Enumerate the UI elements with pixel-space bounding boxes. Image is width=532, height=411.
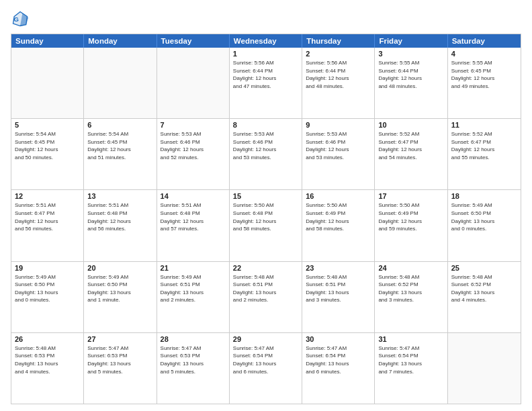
cell-info: Sunrise: 5:49 AM Sunset: 6:50 PM Dayligh… [451, 201, 517, 232]
calendar-row: 12Sunrise: 5:51 AM Sunset: 6:47 PM Dayli… [11, 190, 521, 261]
calendar-cell: 3Sunrise: 5:55 AM Sunset: 6:44 PM Daylig… [375, 48, 447, 118]
cell-info: Sunrise: 5:55 AM Sunset: 6:45 PM Dayligh… [451, 59, 517, 90]
cell-info: Sunrise: 5:51 AM Sunset: 6:48 PM Dayligh… [161, 201, 226, 232]
calendar-cell: 31Sunrise: 5:47 AM Sunset: 6:54 PM Dayli… [375, 333, 447, 404]
calendar-cell: 22Sunrise: 5:48 AM Sunset: 6:51 PM Dayli… [230, 262, 302, 332]
day-number: 28 [161, 335, 226, 343]
calendar-cell: 26Sunrise: 5:48 AM Sunset: 6:53 PM Dayli… [11, 333, 84, 404]
cell-info: Sunrise: 5:47 AM Sunset: 6:54 PM Dayligh… [306, 345, 371, 375]
calendar-cell: 29Sunrise: 5:47 AM Sunset: 6:54 PM Dayli… [230, 333, 302, 404]
calendar-cell: 13Sunrise: 5:51 AM Sunset: 6:48 PM Dayli… [84, 190, 157, 261]
day-number: 23 [306, 264, 371, 272]
cell-info: Sunrise: 5:50 AM Sunset: 6:48 PM Dayligh… [233, 201, 298, 232]
cell-info: Sunrise: 5:48 AM Sunset: 6:53 PM Dayligh… [15, 345, 80, 375]
cell-info: Sunrise: 5:52 AM Sunset: 6:47 PM Dayligh… [378, 130, 443, 161]
logo: G [11, 9, 32, 28]
calendar-cell: 10Sunrise: 5:52 AM Sunset: 6:47 PM Dayli… [375, 119, 447, 189]
calendar-cell: 30Sunrise: 5:47 AM Sunset: 6:54 PM Dayli… [302, 333, 375, 404]
day-number: 12 [15, 192, 80, 200]
cell-info: Sunrise: 5:48 AM Sunset: 6:52 PM Dayligh… [451, 273, 517, 304]
day-number: 31 [378, 335, 443, 343]
calendar-cell: 16Sunrise: 5:50 AM Sunset: 6:49 PM Dayli… [302, 190, 375, 261]
calendar-cell: 5Sunrise: 5:54 AM Sunset: 6:45 PM Daylig… [11, 119, 84, 189]
calendar-header-cell: Friday [375, 34, 447, 48]
calendar-header: SundayMondayTuesdayWednesdayThursdayFrid… [11, 34, 521, 48]
calendar-cell: 2Sunrise: 5:56 AM Sunset: 6:44 PM Daylig… [302, 48, 375, 118]
day-number: 30 [306, 335, 371, 343]
day-number: 19 [15, 264, 80, 272]
calendar-cell: 15Sunrise: 5:50 AM Sunset: 6:48 PM Dayli… [230, 190, 302, 261]
calendar-cell: 17Sunrise: 5:50 AM Sunset: 6:49 PM Dayli… [375, 190, 447, 261]
cell-info: Sunrise: 5:47 AM Sunset: 6:54 PM Dayligh… [378, 345, 443, 375]
cell-info: Sunrise: 5:47 AM Sunset: 6:53 PM Dayligh… [161, 345, 226, 375]
calendar-row: 1Sunrise: 5:56 AM Sunset: 6:44 PM Daylig… [11, 48, 521, 119]
day-number: 5 [15, 121, 80, 129]
cell-info: Sunrise: 5:51 AM Sunset: 6:47 PM Dayligh… [15, 201, 80, 232]
calendar-body: 1Sunrise: 5:56 AM Sunset: 6:44 PM Daylig… [11, 48, 521, 404]
cell-info: Sunrise: 5:53 AM Sunset: 6:46 PM Dayligh… [233, 130, 298, 161]
calendar-header-cell: Thursday [302, 34, 375, 48]
calendar-cell [11, 48, 84, 118]
calendar-cell: 7Sunrise: 5:53 AM Sunset: 6:46 PM Daylig… [157, 119, 230, 189]
day-number: 15 [233, 192, 298, 200]
day-number: 25 [451, 264, 517, 272]
calendar-cell: 20Sunrise: 5:49 AM Sunset: 6:50 PM Dayli… [84, 262, 157, 332]
day-number: 21 [161, 264, 226, 272]
day-number: 13 [87, 192, 152, 200]
cell-info: Sunrise: 5:51 AM Sunset: 6:48 PM Dayligh… [87, 201, 152, 232]
day-number: 2 [306, 50, 371, 58]
calendar-row: 5Sunrise: 5:54 AM Sunset: 6:45 PM Daylig… [11, 119, 521, 190]
calendar-cell: 28Sunrise: 5:47 AM Sunset: 6:53 PM Dayli… [157, 333, 230, 404]
calendar: SundayMondayTuesdayWednesdayThursdayFrid… [11, 34, 521, 404]
cell-info: Sunrise: 5:53 AM Sunset: 6:46 PM Dayligh… [306, 130, 371, 161]
cell-info: Sunrise: 5:48 AM Sunset: 6:51 PM Dayligh… [233, 273, 298, 304]
cell-info: Sunrise: 5:48 AM Sunset: 6:51 PM Dayligh… [306, 273, 371, 304]
day-number: 26 [15, 335, 80, 343]
calendar-cell: 21Sunrise: 5:49 AM Sunset: 6:51 PM Dayli… [157, 262, 230, 332]
cell-info: Sunrise: 5:49 AM Sunset: 6:50 PM Dayligh… [15, 273, 80, 304]
cell-info: Sunrise: 5:55 AM Sunset: 6:44 PM Dayligh… [378, 59, 443, 90]
calendar-header-cell: Monday [84, 34, 157, 48]
page: G SundayMondayTuesdayWednesdayThursdayFr… [0, 0, 532, 411]
svg-text:G: G [13, 15, 18, 23]
calendar-cell: 18Sunrise: 5:49 AM Sunset: 6:50 PM Dayli… [448, 190, 521, 261]
cell-info: Sunrise: 5:49 AM Sunset: 6:50 PM Dayligh… [87, 273, 152, 304]
calendar-cell [448, 333, 521, 404]
calendar-header-cell: Tuesday [157, 34, 230, 48]
cell-info: Sunrise: 5:56 AM Sunset: 6:44 PM Dayligh… [233, 59, 298, 90]
header: G [11, 9, 521, 28]
cell-info: Sunrise: 5:47 AM Sunset: 6:54 PM Dayligh… [233, 345, 298, 375]
calendar-cell: 9Sunrise: 5:53 AM Sunset: 6:46 PM Daylig… [302, 119, 375, 189]
calendar-cell: 23Sunrise: 5:48 AM Sunset: 6:51 PM Dayli… [302, 262, 375, 332]
cell-info: Sunrise: 5:50 AM Sunset: 6:49 PM Dayligh… [306, 201, 371, 232]
cell-info: Sunrise: 5:50 AM Sunset: 6:49 PM Dayligh… [378, 201, 443, 232]
calendar-cell: 11Sunrise: 5:52 AM Sunset: 6:47 PM Dayli… [448, 119, 521, 189]
day-number: 27 [87, 335, 152, 343]
calendar-cell [84, 48, 157, 118]
logo-icon: G [11, 9, 30, 28]
cell-info: Sunrise: 5:47 AM Sunset: 6:53 PM Dayligh… [87, 345, 152, 375]
day-number: 14 [161, 192, 226, 200]
day-number: 18 [451, 192, 517, 200]
calendar-header-cell: Wednesday [230, 34, 302, 48]
cell-info: Sunrise: 5:49 AM Sunset: 6:51 PM Dayligh… [161, 273, 226, 304]
calendar-cell: 6Sunrise: 5:54 AM Sunset: 6:45 PM Daylig… [84, 119, 157, 189]
calendar-row: 19Sunrise: 5:49 AM Sunset: 6:50 PM Dayli… [11, 262, 521, 333]
day-number: 1 [233, 50, 298, 58]
calendar-cell: 12Sunrise: 5:51 AM Sunset: 6:47 PM Dayli… [11, 190, 84, 261]
day-number: 4 [451, 50, 517, 58]
calendar-cell: 1Sunrise: 5:56 AM Sunset: 6:44 PM Daylig… [230, 48, 302, 118]
day-number: 24 [378, 264, 443, 272]
day-number: 17 [378, 192, 443, 200]
calendar-cell: 4Sunrise: 5:55 AM Sunset: 6:45 PM Daylig… [448, 48, 521, 118]
cell-info: Sunrise: 5:56 AM Sunset: 6:44 PM Dayligh… [306, 59, 371, 90]
day-number: 8 [233, 121, 298, 129]
day-number: 9 [306, 121, 371, 129]
day-number: 29 [233, 335, 298, 343]
day-number: 20 [87, 264, 152, 272]
calendar-cell: 19Sunrise: 5:49 AM Sunset: 6:50 PM Dayli… [11, 262, 84, 332]
day-number: 3 [378, 50, 443, 58]
day-number: 22 [233, 264, 298, 272]
calendar-cell: 27Sunrise: 5:47 AM Sunset: 6:53 PM Dayli… [84, 333, 157, 404]
day-number: 10 [378, 121, 443, 129]
